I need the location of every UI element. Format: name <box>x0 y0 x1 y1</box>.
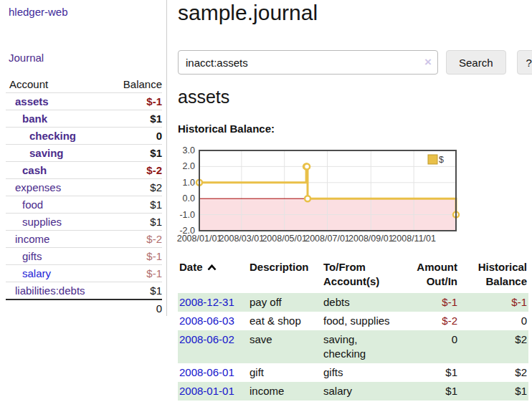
sidebar: hledger-web Journal Account Balance asse… <box>0 0 167 316</box>
date-link[interactable]: 2008-06-03 <box>179 315 234 327</box>
legend-label: $ <box>439 155 444 165</box>
main-content: sample.journal × Search ? assets Histori… <box>178 0 532 417</box>
clear-search-icon[interactable]: × <box>424 55 432 70</box>
svg-text:-1.0: -1.0 <box>179 210 195 220</box>
account-row: saving $1 <box>6 144 162 161</box>
amount-cell: $-1 <box>407 293 459 312</box>
balance-column-header: Balance <box>123 78 162 90</box>
svg-text:0.0: 0.0 <box>183 193 195 203</box>
balance-header-line1: Historical <box>478 261 527 273</box>
balance-cell: $-1 <box>459 293 528 312</box>
account-link-liabilities-debts[interactable]: liabilities:debts <box>15 284 85 297</box>
register-header-row: Date Description To/From Account(s) Amou… <box>178 259 528 293</box>
description-cell: income <box>248 382 322 401</box>
account-link-saving[interactable]: saving <box>29 147 64 159</box>
date-link[interactable]: 2008-01-01 <box>179 385 234 397</box>
description-cell: eat & shop <box>248 312 322 330</box>
balance-cell: $2 <box>459 363 528 382</box>
account-link-supplies[interactable]: supplies <box>22 216 62 228</box>
account-link-bank[interactable]: bank <box>22 112 47 125</box>
account-row: cash $-2 <box>6 161 162 178</box>
accounts-cell: food, supplies <box>322 312 407 330</box>
balance-value: $-1 <box>146 267 162 279</box>
balance-value: $1 <box>150 216 162 228</box>
balance-cell: $2 <box>459 330 528 363</box>
account-link-salary[interactable]: salary <box>22 267 51 279</box>
date-header-label: Date <box>179 261 203 273</box>
accounts-cell: debts <box>322 293 407 312</box>
description-cell: pay off <box>248 293 322 312</box>
date-link[interactable]: 2008-06-02 <box>179 333 234 345</box>
register-row: 2008-06-03 eat & shop food, supplies $-2… <box>178 312 528 330</box>
account-row: salary $-1 <box>6 264 162 282</box>
register-row: 2008-12-31 pay off debts $-1 $-1 <box>178 293 528 312</box>
search-form: × Search ? <box>178 50 532 75</box>
amount-cell: $1 <box>407 382 459 401</box>
account-row: bank $1 <box>6 110 162 127</box>
accounts-cell: salary <box>322 382 407 401</box>
account-link-gifts[interactable]: gifts <box>22 250 42 262</box>
historical-balance-chart[interactable]: 2008/01/012008/03/012008/05/012008/07/01… <box>178 145 462 247</box>
account-row: food $1 <box>6 196 162 213</box>
search-button[interactable]: Search <box>446 50 506 75</box>
column-header-accounts: To/From Account(s) <box>322 259 407 293</box>
date-link[interactable]: 2008-12-31 <box>179 296 234 308</box>
brand-link[interactable]: hledger-web <box>9 6 68 18</box>
amount-header-line1: Amount <box>417 261 457 273</box>
balance-value: $-2 <box>146 164 162 176</box>
accounts-cell: saving, checking <box>322 330 407 363</box>
amount-cell: $1 <box>407 363 459 382</box>
account-row: gifts $-1 <box>6 247 162 264</box>
register-row: 2008-06-01 gift gifts $1 $2 <box>178 363 528 382</box>
balance-value: $-1 <box>146 95 162 107</box>
svg-text:2008/11/01: 2008/11/01 <box>391 234 436 244</box>
chart-canvas[interactable]: 2008/01/012008/03/012008/05/012008/07/01… <box>178 145 462 247</box>
svg-text:3.0: 3.0 <box>183 145 195 155</box>
search-input[interactable] <box>178 50 438 75</box>
account-balance-table: Account Balance assets $-1 bank $1 check… <box>6 75 162 316</box>
account-row: supplies $1 <box>6 213 162 230</box>
balance-table-header: Account Balance <box>6 75 162 92</box>
register-row: 2008-06-02 save saving, checking 0 $2 <box>178 330 528 363</box>
account-column-header: Account <box>6 78 123 90</box>
balance-value: $-1 <box>146 250 162 262</box>
column-header-balance: Historical Balance <box>459 259 528 293</box>
help-button[interactable]: ? <box>517 50 532 75</box>
account-link-income[interactable]: income <box>15 233 49 245</box>
account-link-checking[interactable]: checking <box>29 130 76 142</box>
sidebar-item-journal[interactable]: Journal <box>9 52 44 64</box>
account-row: expenses $2 <box>6 178 162 196</box>
svg-text:2008/09/01: 2008/09/01 <box>348 234 394 244</box>
svg-text:1.0: 1.0 <box>183 178 195 188</box>
account-title: assets <box>178 87 229 107</box>
balance-value: $1 <box>150 147 162 159</box>
balance-value: $2 <box>150 181 162 193</box>
column-header-amount: Amount Out/In <box>407 259 459 293</box>
legend-swatch <box>428 155 437 164</box>
account-row: checking 0 <box>6 127 162 144</box>
balance-value: $-2 <box>146 233 162 245</box>
account-link-assets[interactable]: assets <box>15 95 49 107</box>
balance-cell: $1 <box>459 382 528 401</box>
account-link-cash[interactable]: cash <box>22 164 47 176</box>
account-row: income $-2 <box>6 230 162 247</box>
column-header-description: Description <box>248 259 322 293</box>
balance-value: $1 <box>150 284 162 297</box>
page-title: sample.journal <box>178 1 318 25</box>
amount-cell: 0 <box>407 330 459 363</box>
account-row: liabilities:debts $1 <box>6 282 162 299</box>
column-header-date[interactable]: Date <box>178 259 248 293</box>
balance-cell: 0 <box>459 312 528 330</box>
balance-value: $1 <box>150 112 162 125</box>
amount-cell: $-2 <box>407 312 459 330</box>
account-link-expenses[interactable]: expenses <box>15 181 61 193</box>
description-cell: gift <box>248 363 322 382</box>
chart-title: Historical Balance: <box>178 123 275 135</box>
amount-header-line2: Out/In <box>427 275 457 287</box>
svg-text:2.0: 2.0 <box>183 161 195 171</box>
svg-text:-2.0: -2.0 <box>179 226 195 236</box>
svg-text:2008/05/01: 2008/05/01 <box>262 234 307 244</box>
account-row: assets $-1 <box>6 92 162 110</box>
account-link-food[interactable]: food <box>22 198 43 211</box>
date-link[interactable]: 2008-06-01 <box>179 366 234 378</box>
